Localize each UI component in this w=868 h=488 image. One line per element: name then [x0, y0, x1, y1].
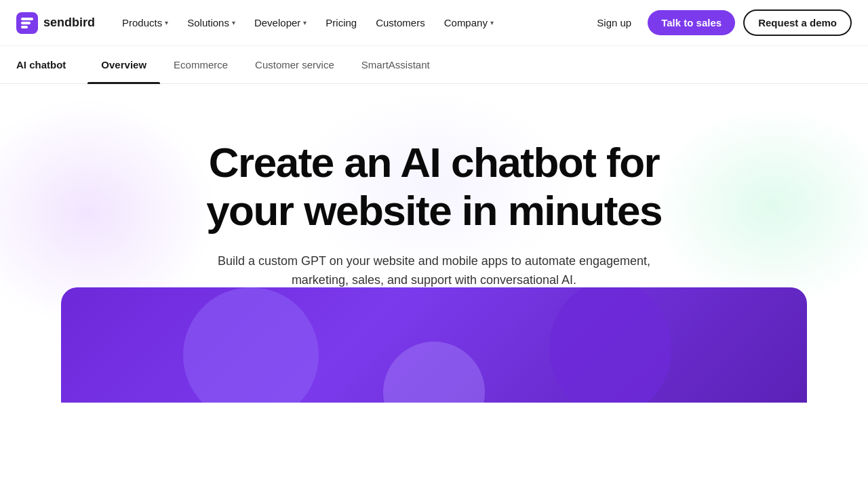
- top-navigation: sendbird Products ▾ Solutions ▾ Develope…: [0, 0, 868, 46]
- chevron-down-icon: ▾: [490, 19, 494, 26]
- nav-item-customers[interactable]: Customers: [368, 12, 433, 34]
- logo-text: sendbird: [43, 16, 95, 30]
- subnav-brand: AI chatbot: [16, 59, 66, 70]
- chevron-down-icon: ▾: [232, 19, 235, 26]
- svg-rect-1: [21, 18, 33, 20]
- hero-title: Create an AI chatbot for your website in…: [176, 138, 692, 235]
- hero-section: Create an AI chatbot for your website in…: [0, 84, 868, 403]
- svg-rect-2: [21, 22, 31, 24]
- subnav-item-overview[interactable]: Overview: [87, 46, 160, 84]
- chevron-down-icon: ▾: [165, 19, 168, 26]
- decorative-circle-left: [183, 287, 319, 403]
- nav-item-pricing[interactable]: Pricing: [317, 12, 365, 34]
- chevron-down-icon: ▾: [303, 19, 307, 26]
- svg-rect-3: [21, 26, 28, 28]
- subnav-item-ecommerce[interactable]: Ecommerce: [160, 46, 241, 84]
- nav-right-actions: Sign up Talk to sales Request a demo: [589, 9, 852, 36]
- subnav-links: Overview Ecommerce Customer service Smar…: [87, 46, 443, 84]
- decorative-circle-center: [383, 342, 485, 403]
- subnav-item-customer-service[interactable]: Customer service: [241, 46, 348, 84]
- nav-item-developer[interactable]: Developer ▾: [246, 12, 315, 34]
- hero-subtitle: Build a custom GPT on your website and m…: [203, 251, 665, 291]
- sub-navigation: AI chatbot Overview Ecommerce Customer s…: [0, 46, 868, 84]
- subnav-item-smart-assistant[interactable]: SmartAssistant: [348, 46, 443, 84]
- logo[interactable]: sendbird: [16, 12, 95, 34]
- nav-item-company[interactable]: Company ▾: [436, 12, 502, 34]
- nav-links: Products ▾ Solutions ▾ Developer ▾ Prici…: [114, 12, 589, 34]
- decorative-circle-right: [549, 287, 671, 403]
- talk-to-sales-button[interactable]: Talk to sales: [648, 10, 735, 35]
- hero-bottom-visual: [61, 287, 807, 403]
- signup-button[interactable]: Sign up: [589, 12, 639, 34]
- request-demo-button[interactable]: Request a demo: [743, 9, 852, 36]
- nav-item-solutions[interactable]: Solutions ▾: [179, 12, 243, 34]
- nav-item-products[interactable]: Products ▾: [114, 12, 176, 34]
